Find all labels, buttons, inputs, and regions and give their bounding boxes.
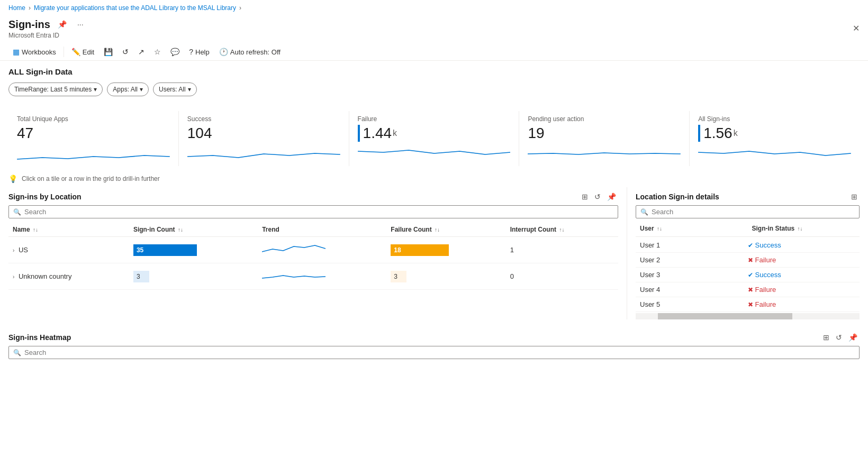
section-title: ALL Sign-in Data	[0, 61, 868, 80]
details-status-sort[interactable]: ↑↓	[798, 226, 803, 232]
details-search-input[interactable]	[652, 208, 855, 216]
toolbar-divider-1	[64, 47, 64, 57]
col-failure-count: Failure Count ↑↓	[386, 223, 505, 237]
status-failure-badge: ✖ Failure	[748, 256, 856, 264]
breadcrumb: Home › Migrate your applications that us…	[0, 0, 868, 16]
table-row[interactable]: User 4 ✖ Failure	[636, 282, 860, 297]
more-button[interactable]: ···	[74, 18, 87, 31]
status-success-badge: ✔ Success	[748, 241, 856, 249]
metric-total-unique-apps[interactable]: Total Unique Apps 47	[8, 111, 179, 166]
autorefresh-label: Auto refresh: Off	[230, 48, 281, 56]
heatmap-search-box[interactable]: 🔍	[8, 346, 860, 359]
page-title-row: Sign-ins 📌 ···	[8, 18, 87, 31]
us-signin-bar-fill: 35	[133, 244, 197, 256]
details-user4-name: User 4	[640, 286, 748, 294]
share-icon: ↗	[138, 48, 144, 56]
status-success-badge: ✔ Success	[748, 271, 856, 279]
details-col-user: User ↑↓	[636, 223, 748, 234]
metric-number-pending: 19	[528, 125, 544, 142]
heatmap-search-input[interactable]	[24, 349, 855, 356]
details-copy-button[interactable]: ⊞	[849, 191, 860, 202]
help-icon: ?	[189, 48, 193, 56]
us-failure-bar: 18	[391, 244, 501, 256]
pin-button[interactable]: 📌	[55, 18, 70, 31]
edit-button[interactable]: ✏️ Edit	[67, 45, 98, 58]
metric-label-apps: Total Unique Apps	[17, 115, 170, 123]
failure-icon: ✖	[748, 257, 753, 264]
refresh-icon: ↺	[122, 48, 129, 56]
details-user2-name: User 2	[640, 256, 748, 264]
us-trend-chart	[262, 241, 326, 257]
heatmap-copy-button[interactable]: ⊞	[821, 332, 831, 343]
favorite-button[interactable]: ☆	[150, 45, 165, 58]
timerange-filter[interactable]: TimeRange: Last 5 minutes ▾	[8, 83, 103, 96]
metric-label-success: Success	[187, 115, 340, 123]
metrics-row: Total Unique Apps 47 Success 104	[0, 103, 868, 170]
share-button[interactable]: ↗	[134, 45, 149, 58]
location-table-body: › US 35	[8, 237, 618, 290]
location-panel-header: Sign-ins by Location ⊞ ↺ 📌	[8, 187, 618, 205]
metric-number-failure: 1.44	[363, 125, 392, 142]
details-search-icon: 🔍	[640, 208, 648, 216]
expand-icon-us[interactable]: ›	[13, 248, 14, 253]
breadcrumb-migrate[interactable]: Migrate your applications that use the A…	[34, 4, 236, 12]
save-icon: 💾	[104, 48, 113, 56]
heatmap-pin-button[interactable]: 📌	[846, 332, 860, 343]
details-user-sort[interactable]: ↑↓	[657, 226, 662, 232]
heatmap-undo-button[interactable]: ↺	[834, 332, 844, 343]
details-panel-title: Location Sign-in details	[636, 193, 719, 201]
horiz-scrollbar[interactable]	[636, 313, 860, 319]
metric-number-apps: 47	[17, 125, 33, 142]
users-filter[interactable]: Users: All ▾	[153, 83, 197, 96]
apps-filter[interactable]: Apps: All ▾	[107, 83, 149, 96]
col-failure-count-sort[interactable]: ↑↓	[435, 227, 440, 233]
metric-pending[interactable]: Pending user action 19	[519, 111, 690, 166]
refresh-button[interactable]: ↺	[118, 45, 133, 58]
location-search-input[interactable]	[24, 208, 613, 216]
col-interrupt-count-sort[interactable]: ↑↓	[559, 227, 564, 233]
table-row[interactable]: User 2 ✖ Failure	[636, 253, 860, 268]
table-row[interactable]: User 1 ✔ Success	[636, 238, 860, 253]
workbooks-button[interactable]: ▦ Workbooks	[8, 45, 60, 58]
users-chevron: ▾	[188, 86, 191, 93]
details-search-box[interactable]: 🔍	[636, 205, 860, 218]
location-undo-button[interactable]: ↺	[592, 191, 603, 202]
location-search-box[interactable]: 🔍	[8, 205, 618, 218]
col-signin-count-sort[interactable]: ↑↓	[178, 227, 183, 233]
table-row[interactable]: › US 35	[8, 237, 618, 263]
table-row[interactable]: User 5 ✖ Failure	[636, 297, 860, 312]
unknown-trend-chart	[262, 268, 326, 283]
help-button[interactable]: ? Help	[185, 45, 214, 58]
autorefresh-button[interactable]: 🕐 Auto refresh: Off	[215, 45, 285, 58]
expand-icon-unknown[interactable]: ›	[13, 274, 14, 280]
col-name-sort[interactable]: ↑↓	[33, 227, 38, 233]
location-copy-button[interactable]: ⊞	[580, 191, 590, 202]
location-pin-button[interactable]: 📌	[605, 191, 618, 202]
unknown-failure-bar-fill: 3	[391, 271, 406, 282]
heatmap-actions: ⊞ ↺ 📌	[821, 332, 860, 343]
metric-chart-allsignins	[698, 146, 851, 162]
help-label: Help	[195, 48, 210, 56]
details-user5-status: ✖ Failure	[748, 300, 856, 308]
row-us-signin-count: 35	[129, 237, 258, 263]
close-button[interactable]: ✕	[853, 23, 860, 33]
details-user4-status: ✖ Failure	[748, 286, 856, 294]
metric-failure[interactable]: Failure 1.44k	[349, 111, 520, 166]
metric-value-success: 104	[187, 125, 340, 142]
save-button[interactable]: 💾	[100, 45, 117, 58]
feedback-button[interactable]: 💬	[166, 45, 184, 58]
workbooks-icon: ▦	[13, 48, 20, 56]
metric-label-pending: Pending user action	[528, 115, 681, 123]
table-row[interactable]: › Unknown country 3	[8, 263, 618, 290]
workbooks-label: Workbooks	[22, 48, 56, 56]
breadcrumb-home[interactable]: Home	[8, 4, 25, 12]
bottom-section: Sign-ins Heatmap ⊞ ↺ 📌 🔍	[0, 319, 868, 359]
success-icon: ✔	[748, 242, 753, 249]
metric-number-allsignins: 1.56	[703, 125, 733, 142]
table-row[interactable]: User 3 ✔ Success	[636, 268, 860, 282]
metric-all-signins[interactable]: All Sign-ins 1.56k	[690, 111, 860, 166]
breadcrumb-sep2: ›	[239, 4, 241, 12]
failure-bar-indicator	[358, 125, 360, 142]
metric-chart-failure	[358, 146, 511, 162]
metric-success[interactable]: Success 104	[179, 111, 349, 166]
